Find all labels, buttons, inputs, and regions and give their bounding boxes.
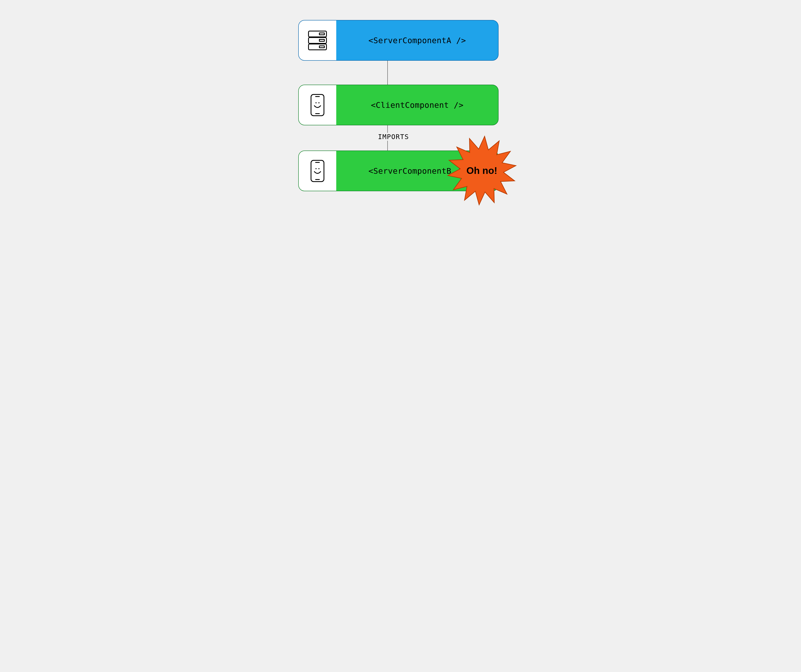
server-icon-slot (299, 21, 336, 60)
phone-smile-icon (310, 94, 325, 117)
svg-point-9 (315, 102, 317, 103)
svg-rect-5 (319, 46, 324, 48)
svg-rect-4 (319, 39, 324, 41)
diagram-canvas: IMPORTS <ServerComponentA /> (275, 0, 526, 210)
svg-point-15 (318, 168, 319, 169)
svg-rect-0 (309, 31, 327, 37)
svg-rect-2 (309, 44, 327, 50)
svg-rect-1 (309, 37, 327, 43)
starburst-label: Oh no! (446, 135, 517, 206)
svg-point-10 (318, 102, 319, 103)
phone-icon-slot (299, 151, 336, 191)
svg-point-14 (315, 168, 317, 169)
imports-label: IMPORTS (375, 133, 412, 141)
phone-smile-icon (310, 159, 325, 183)
node-label: <ClientComponent /> (336, 85, 498, 125)
server-icon (308, 30, 327, 50)
starburst: Oh no! (446, 135, 517, 206)
svg-rect-3 (319, 33, 324, 35)
svg-rect-6 (311, 95, 324, 116)
node-client: <ClientComponent /> (298, 85, 499, 125)
connector-line (388, 61, 388, 85)
phone-icon-slot (299, 85, 336, 125)
svg-rect-11 (311, 160, 324, 181)
node-label: <ServerComponentA /> (336, 21, 498, 60)
node-server-a: <ServerComponentA /> (298, 20, 499, 61)
